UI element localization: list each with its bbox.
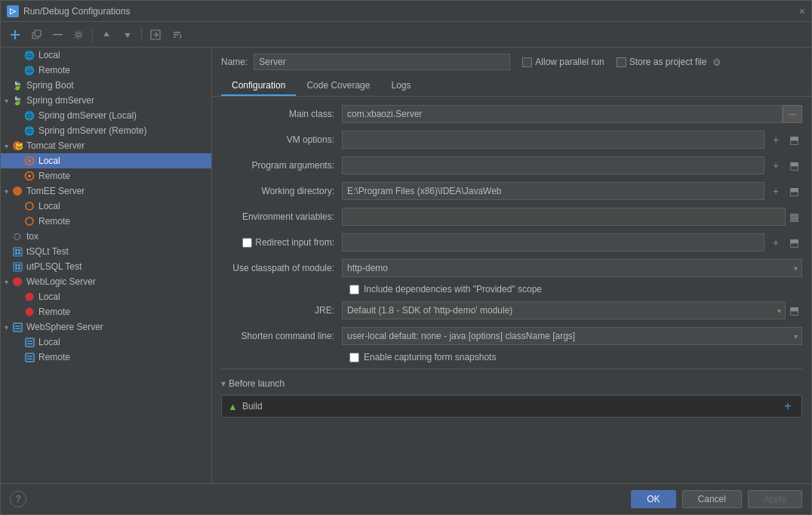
jre-folder-button[interactable]: ⬒ — [786, 302, 802, 319]
close-button[interactable]: × — [799, 5, 805, 17]
svg-rect-18 — [18, 249, 20, 251]
before-launch-add-button[interactable]: + — [780, 399, 795, 414]
move-up-button[interactable] — [97, 25, 116, 45]
tree-item-utplsql[interactable]: utPLSQL Test — [1, 259, 211, 274]
websphere-remote-icon — [23, 351, 35, 363]
title-bar: ▷ Run/Debug Configurations × — [1, 1, 811, 22]
program-args-folder-button[interactable]: ⬒ — [786, 157, 802, 174]
svg-rect-29 — [14, 323, 22, 332]
tree-item-spring-dmserver-local[interactable]: 🌐 Spring dmServer (Local) — [1, 108, 211, 123]
redirect-input-actions: + ⬒ — [767, 234, 802, 251]
tomee-server-icon — [11, 185, 23, 197]
tree-item-weblogic-local[interactable]: Local — [1, 289, 211, 304]
store-project-checkbox[interactable] — [617, 57, 626, 67]
enable-snapshots-label[interactable]: Enable capturing form snapshots — [349, 352, 496, 362]
working-dir-folder-button[interactable]: ⬒ — [786, 183, 802, 199]
cancel-button[interactable]: Cancel — [682, 490, 742, 508]
main-class-input[interactable] — [342, 105, 783, 123]
tab-logs[interactable]: Logs — [380, 76, 421, 96]
tree-item-tomcat-server[interactable]: ▾ 🐱 Tomcat Server — [1, 138, 211, 153]
vm-options-folder-button[interactable]: ⬒ — [786, 131, 802, 148]
shorten-cmd-select-wrapper: user-local default: none - java [options… — [342, 327, 802, 345]
include-deps-checkbox[interactable] — [349, 285, 359, 295]
jre-row: JRE: Default (1.8 - SDK of 'http-demo' m… — [221, 301, 802, 320]
spring-dmserver-remote-label: Spring dmServer (Remote) — [38, 125, 146, 136]
copy-config-button[interactable] — [26, 25, 46, 45]
tree-item-spring-dmserver-remote[interactable]: 🌐 Spring dmServer (Remote) — [1, 123, 211, 138]
vm-options-expand-button[interactable]: + — [767, 131, 784, 148]
spring-dmserver-local-icon: 🌐 — [23, 109, 35, 122]
tree-item-local-top[interactable]: 🌐 Local — [1, 48, 211, 63]
tomee-server-label: TomEE Server — [26, 186, 85, 196]
ok-button[interactable]: OK — [631, 490, 675, 508]
shorten-cmd-select[interactable]: user-local default: none - java [options… — [342, 327, 802, 345]
run-debug-dialog: ▷ Run/Debug Configurations × — [0, 0, 812, 515]
tomcat-remote-icon — [23, 170, 35, 182]
tree-item-tsqlt[interactable]: tSQLt Test — [1, 244, 211, 259]
tree-item-spring-boot[interactable]: 🍃 Spring Boot — [1, 78, 211, 93]
weblogic-local-icon — [23, 291, 35, 303]
tree-item-websphere-remote[interactable]: Remote — [1, 350, 211, 365]
enable-snapshots-checkbox[interactable] — [349, 353, 359, 362]
tree-item-tomee-server[interactable]: ▾ TomEE Server — [1, 183, 211, 199]
redirect-input-field[interactable] — [342, 233, 764, 251]
include-deps-label[interactable]: Include dependencies with "Provided" sco… — [349, 284, 542, 295]
env-vars-edit-button[interactable]: ▦ — [786, 208, 802, 225]
classpath-select[interactable]: http-demo — [342, 259, 802, 277]
add-config-button[interactable] — [5, 25, 25, 45]
tree-item-weblogic-remote[interactable]: Remote — [1, 304, 211, 319]
name-input[interactable] — [254, 54, 510, 70]
redirect-input-expand-button[interactable]: + — [767, 234, 784, 251]
tab-code-coverage[interactable]: Code Coverage — [296, 76, 380, 96]
svg-rect-33 — [27, 341, 32, 342]
vm-options-input[interactable] — [342, 131, 764, 149]
svg-point-28 — [26, 308, 34, 316]
tomee-local-label: Local — [38, 201, 60, 211]
tree-item-weblogic[interactable]: ▾ WebLogic Server — [1, 274, 211, 289]
svg-rect-37 — [27, 358, 32, 359]
main-class-browse-button[interactable]: ··· — [783, 105, 802, 123]
env-vars-input[interactable] — [342, 208, 786, 226]
redirect-input-folder-button[interactable]: ⬒ — [786, 234, 802, 251]
before-launch-arrow[interactable]: ▾ — [221, 378, 226, 389]
tomee-remote-label: Remote — [38, 216, 70, 227]
config-form: Main class: ··· VM options: + ⬒ Program … — [212, 97, 811, 483]
share-button[interactable] — [146, 25, 165, 45]
allow-parallel-checkbox[interactable] — [522, 57, 532, 67]
sort-button[interactable] — [167, 25, 186, 45]
tab-configuration[interactable]: Configuration — [221, 76, 296, 96]
remove-config-button[interactable] — [48, 25, 67, 45]
tree-item-spring-dmserver[interactable]: ▾ 🍃 Spring dmServer — [1, 93, 211, 108]
jre-select[interactable]: Default (1.8 - SDK of 'http-demo' module… — [342, 301, 786, 319]
env-vars-label: Environment variables: — [221, 211, 342, 222]
left-panel: 🌐 Local 🌐 Remote 🍃 Spring Boot ▾ 🍃 Sprin… — [1, 48, 212, 483]
before-launch-section: ▾ Before launch ▲ Build + — [221, 369, 802, 418]
tree-item-tomee-local[interactable]: Local — [1, 199, 211, 214]
tree-item-tomcat-remote[interactable]: Remote — [1, 168, 211, 183]
help-button[interactable]: ? — [10, 491, 26, 507]
tree-item-remote-top[interactable]: 🌐 Remote — [1, 63, 211, 78]
program-args-input[interactable] — [342, 156, 764, 174]
tree-item-tomee-remote[interactable]: Remote — [1, 214, 211, 229]
bottom-left: ? — [10, 491, 625, 507]
allow-parallel-option: Allow parallel run — [522, 57, 604, 67]
program-args-expand-button[interactable]: + — [767, 157, 784, 174]
working-dir-expand-button[interactable]: + — [767, 183, 784, 199]
tree-item-websphere[interactable]: ▾ WebSphere Server — [1, 319, 211, 335]
vm-options-row: VM options: + ⬒ — [221, 130, 802, 150]
move-down-button[interactable] — [118, 25, 137, 45]
working-dir-input[interactable] — [342, 182, 764, 200]
tree-item-tomcat-local[interactable]: Local — [1, 153, 211, 168]
apply-button[interactable]: Apply — [748, 490, 802, 508]
redirect-input-checkbox[interactable] — [242, 238, 252, 248]
main-class-row: Main class: ··· — [221, 104, 802, 124]
settings-button[interactable] — [69, 25, 88, 45]
settings-gear-icon[interactable]: ⚙ — [712, 57, 721, 68]
utplsql-label: utPLSQL Test — [26, 261, 82, 272]
svg-rect-22 — [15, 264, 17, 267]
tree-item-tox[interactable]: ⬡ tox — [1, 229, 211, 244]
tree-item-websphere-local[interactable]: Local — [1, 335, 211, 350]
svg-point-10 — [28, 159, 31, 162]
svg-point-5 — [77, 32, 81, 36]
shorten-cmd-label: Shorten command line: — [221, 331, 342, 341]
